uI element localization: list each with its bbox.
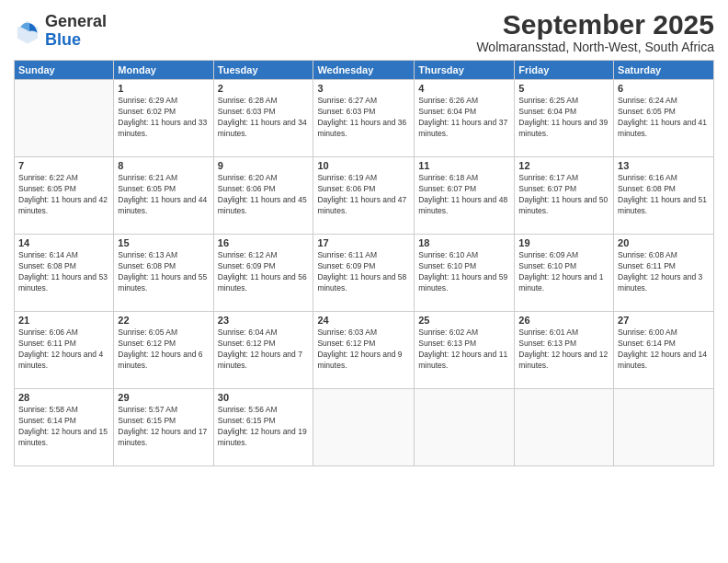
cell-date-number: 10 [317, 160, 410, 171]
cell-date-number: 8 [118, 160, 209, 171]
page: General Blue September 2025 Wolmaranssta… [0, 0, 728, 563]
table-row: 26Sunrise: 6:01 AM Sunset: 6:13 PM Dayli… [515, 312, 614, 389]
cell-date-number: 16 [218, 237, 310, 248]
cell-date-number: 6 [618, 83, 710, 94]
header: General Blue September 2025 Wolmaranssta… [14, 9, 714, 54]
table-row: 8Sunrise: 6:21 AM Sunset: 6:05 PM Daylig… [114, 157, 213, 235]
cell-date-number: 12 [518, 160, 609, 171]
table-row: 23Sunrise: 6:04 AM Sunset: 6:12 PM Dayli… [213, 312, 313, 389]
calendar-week-row: 14Sunrise: 6:14 AM Sunset: 6:08 PM Dayli… [15, 235, 714, 312]
cell-date-number: 27 [618, 315, 710, 326]
table-row [614, 389, 714, 466]
cell-info: Sunrise: 6:21 AM Sunset: 6:05 PM Dayligh… [118, 173, 209, 217]
cell-info: Sunrise: 6:29 AM Sunset: 6:02 PM Dayligh… [118, 96, 209, 140]
table-row: 16Sunrise: 6:12 AM Sunset: 6:09 PM Dayli… [213, 235, 313, 312]
logo-icon [14, 17, 41, 45]
table-row: 14Sunrise: 6:14 AM Sunset: 6:08 PM Dayli… [15, 235, 114, 312]
table-row [415, 389, 515, 466]
col-tuesday: Tuesday [213, 61, 313, 80]
cell-info: Sunrise: 6:02 AM Sunset: 6:13 PM Dayligh… [418, 327, 510, 372]
cell-date-number: 9 [218, 160, 310, 171]
col-thursday: Thursday [415, 61, 515, 80]
cell-info: Sunrise: 6:09 AM Sunset: 6:10 PM Dayligh… [518, 250, 609, 294]
cell-info: Sunrise: 6:10 AM Sunset: 6:10 PM Dayligh… [418, 250, 510, 294]
logo: General Blue [14, 13, 107, 50]
table-row: 29Sunrise: 5:57 AM Sunset: 6:15 PM Dayli… [114, 389, 213, 466]
table-row: 20Sunrise: 6:08 AM Sunset: 6:11 PM Dayli… [614, 235, 714, 312]
table-row: 28Sunrise: 5:58 AM Sunset: 6:14 PM Dayli… [15, 389, 114, 466]
cell-date-number: 13 [618, 160, 710, 171]
calendar-week-row: 28Sunrise: 5:58 AM Sunset: 6:14 PM Dayli… [15, 389, 714, 466]
cell-date-number: 23 [218, 315, 310, 326]
table-row: 9Sunrise: 6:20 AM Sunset: 6:06 PM Daylig… [213, 157, 313, 235]
col-wednesday: Wednesday [313, 61, 415, 80]
table-row: 17Sunrise: 6:11 AM Sunset: 6:09 PM Dayli… [313, 235, 415, 312]
table-row: 3Sunrise: 6:27 AM Sunset: 6:03 PM Daylig… [313, 80, 415, 157]
cell-info: Sunrise: 5:58 AM Sunset: 6:14 PM Dayligh… [18, 405, 109, 449]
cell-date-number: 1 [118, 83, 209, 94]
cell-info: Sunrise: 6:12 AM Sunset: 6:09 PM Dayligh… [218, 250, 310, 294]
cell-date-number: 25 [418, 315, 510, 326]
table-row: 7Sunrise: 6:22 AM Sunset: 6:05 PM Daylig… [15, 157, 114, 235]
cell-info: Sunrise: 6:13 AM Sunset: 6:08 PM Dayligh… [118, 250, 209, 294]
cell-info: Sunrise: 6:05 AM Sunset: 6:12 PM Dayligh… [118, 327, 209, 372]
cell-info: Sunrise: 6:03 AM Sunset: 6:12 PM Dayligh… [317, 327, 410, 372]
table-row: 19Sunrise: 6:09 AM Sunset: 6:10 PM Dayli… [515, 235, 614, 312]
calendar-week-row: 21Sunrise: 6:06 AM Sunset: 6:11 PM Dayli… [15, 312, 714, 389]
table-row: 15Sunrise: 6:13 AM Sunset: 6:08 PM Dayli… [114, 235, 213, 312]
table-row: 4Sunrise: 6:26 AM Sunset: 6:04 PM Daylig… [415, 80, 515, 157]
cell-date-number: 3 [317, 83, 410, 94]
calendar-week-row: 7Sunrise: 6:22 AM Sunset: 6:05 PM Daylig… [15, 157, 714, 235]
logo-text: General Blue [45, 13, 107, 50]
cell-info: Sunrise: 6:22 AM Sunset: 6:05 PM Dayligh… [18, 173, 109, 217]
cell-info: Sunrise: 6:24 AM Sunset: 6:05 PM Dayligh… [618, 96, 710, 140]
title-block: September 2025 Wolmaransstad, North-West… [476, 9, 714, 54]
cell-info: Sunrise: 6:25 AM Sunset: 6:04 PM Dayligh… [518, 96, 609, 140]
table-row: 10Sunrise: 6:19 AM Sunset: 6:06 PM Dayli… [313, 157, 415, 235]
table-row: 13Sunrise: 6:16 AM Sunset: 6:08 PM Dayli… [614, 157, 714, 235]
cell-date-number: 4 [418, 83, 510, 94]
calendar-header-row: Sunday Monday Tuesday Wednesday Thursday… [15, 61, 714, 80]
cell-info: Sunrise: 6:04 AM Sunset: 6:12 PM Dayligh… [218, 327, 310, 372]
table-row: 6Sunrise: 6:24 AM Sunset: 6:05 PM Daylig… [614, 80, 714, 157]
calendar-title: September 2025 [476, 9, 714, 40]
table-row: 22Sunrise: 6:05 AM Sunset: 6:12 PM Dayli… [114, 312, 213, 389]
cell-info: Sunrise: 6:16 AM Sunset: 6:08 PM Dayligh… [618, 173, 710, 217]
col-sunday: Sunday [15, 61, 114, 80]
table-row: 5Sunrise: 6:25 AM Sunset: 6:04 PM Daylig… [515, 80, 614, 157]
cell-date-number: 2 [218, 83, 310, 94]
calendar-subtitle: Wolmaransstad, North-West, South Africa [476, 40, 714, 54]
table-row: 18Sunrise: 6:10 AM Sunset: 6:10 PM Dayli… [415, 235, 515, 312]
col-monday: Monday [114, 61, 213, 80]
cell-info: Sunrise: 6:08 AM Sunset: 6:11 PM Dayligh… [618, 250, 710, 294]
table-row: 2Sunrise: 6:28 AM Sunset: 6:03 PM Daylig… [213, 80, 313, 157]
cell-date-number: 29 [118, 392, 209, 403]
col-friday: Friday [515, 61, 614, 80]
table-row [313, 389, 415, 466]
cell-date-number: 5 [518, 83, 609, 94]
cell-info: Sunrise: 6:11 AM Sunset: 6:09 PM Dayligh… [317, 250, 410, 294]
cell-date-number: 19 [518, 237, 609, 248]
cell-date-number: 21 [18, 315, 109, 326]
cell-date-number: 18 [418, 237, 510, 248]
cell-info: Sunrise: 6:27 AM Sunset: 6:03 PM Dayligh… [317, 96, 410, 140]
calendar-table: Sunday Monday Tuesday Wednesday Thursday… [14, 60, 714, 466]
cell-info: Sunrise: 6:26 AM Sunset: 6:04 PM Dayligh… [418, 96, 510, 140]
cell-info: Sunrise: 6:01 AM Sunset: 6:13 PM Dayligh… [518, 327, 609, 372]
cell-date-number: 17 [317, 237, 410, 248]
cell-date-number: 28 [18, 392, 109, 403]
cell-date-number: 24 [317, 315, 410, 326]
cell-date-number: 26 [518, 315, 609, 326]
calendar-week-row: 1Sunrise: 6:29 AM Sunset: 6:02 PM Daylig… [15, 80, 714, 157]
cell-date-number: 11 [418, 160, 510, 171]
cell-info: Sunrise: 6:19 AM Sunset: 6:06 PM Dayligh… [317, 173, 410, 217]
cell-date-number: 22 [118, 315, 209, 326]
table-row: 24Sunrise: 6:03 AM Sunset: 6:12 PM Dayli… [313, 312, 415, 389]
cell-info: Sunrise: 6:00 AM Sunset: 6:14 PM Dayligh… [618, 327, 710, 372]
table-row: 12Sunrise: 6:17 AM Sunset: 6:07 PM Dayli… [515, 157, 614, 235]
cell-info: Sunrise: 5:57 AM Sunset: 6:15 PM Dayligh… [118, 405, 209, 449]
cell-date-number: 14 [18, 237, 109, 248]
cell-info: Sunrise: 5:56 AM Sunset: 6:15 PM Dayligh… [218, 405, 310, 449]
cell-info: Sunrise: 6:28 AM Sunset: 6:03 PM Dayligh… [218, 96, 310, 140]
cell-date-number: 15 [118, 237, 209, 248]
